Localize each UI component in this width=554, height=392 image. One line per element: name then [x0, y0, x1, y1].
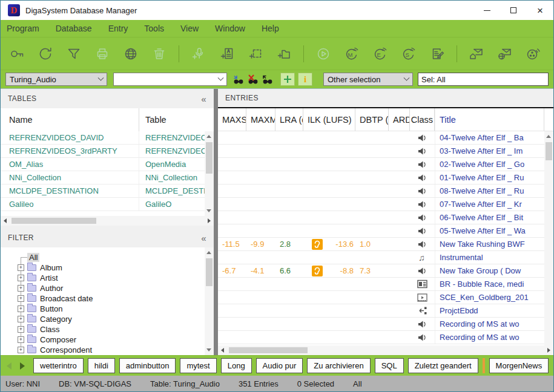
- web-button[interactable]: [122, 45, 140, 63]
- tables-horizontal-scrollbar[interactable]: [1, 216, 214, 226]
- entries-vertical-scrollbar[interactable]: [544, 131, 553, 345]
- refresh-button[interactable]: [36, 45, 54, 63]
- scroll-buttons-left-icon[interactable]: [7, 362, 12, 370]
- broadcast-m-button[interactable]: M: [343, 45, 361, 63]
- column-header-class[interactable]: Class: [410, 108, 435, 131]
- filter-tree-item-button[interactable]: +Button: [1, 304, 205, 314]
- info-button[interactable]: i: [298, 73, 312, 86]
- new-selection-button[interactable]: [246, 45, 265, 63]
- close-button[interactable]: ×: [527, 1, 553, 20]
- send-home-button[interactable]: [467, 45, 486, 63]
- selection-select[interactable]: Other selection: [323, 73, 413, 86]
- send-web-button[interactable]: [496, 45, 514, 63]
- quick-button-hildi[interactable]: hildi: [88, 358, 115, 373]
- quick-button-sql[interactable]: SQL: [375, 358, 404, 373]
- menu-item-help[interactable]: Help: [262, 24, 279, 33]
- expand-icon[interactable]: +: [18, 285, 24, 292]
- entry-row[interactable]: 08-Twelve After Elf _ Ru: [218, 185, 544, 198]
- expand-icon[interactable]: +: [18, 347, 24, 353]
- filter-tree-item-album[interactable]: +Album: [1, 263, 205, 273]
- quick-button-wetterintro[interactable]: wetterintro: [33, 358, 84, 373]
- column-header-ilk-lufs-[interactable]: ILK (LUFS): [303, 108, 355, 131]
- entry-row[interactable]: 06-Twelve After Elf _ Bit: [218, 211, 544, 224]
- entry-row[interactable]: Recording of MS at wo: [218, 318, 544, 331]
- entry-row[interactable]: -6.7-4.16.6-8.87.3New Take Group ( Dow: [218, 264, 544, 278]
- entry-title[interactable]: 01-Twelve After Elf _ Ru: [435, 171, 544, 184]
- menu-item-view[interactable]: View: [180, 24, 199, 33]
- entry-row[interactable]: Recording of MS at wo: [218, 331, 544, 344]
- table-row[interactable]: OM_AliasOpenMedia: [1, 158, 205, 171]
- entry-title[interactable]: ProjctEbdd: [435, 304, 544, 317]
- expand-icon[interactable]: +: [18, 275, 24, 281]
- table-row[interactable]: MCLDPE_DESTINATIONMCLDPE_DESTIN: [1, 185, 205, 198]
- new-folder-button[interactable]: [275, 45, 293, 63]
- table-row[interactable]: NNi_CollectionNNi_Collection: [1, 171, 205, 185]
- tables-vertical-scrollbar[interactable]: [205, 131, 214, 216]
- filter-vertical-scrollbar[interactable]: [205, 247, 214, 355]
- entry-row[interactable]: 05-Twelve After Elf _ Wa: [218, 224, 544, 238]
- collapse-panel-icon[interactable]: «: [201, 94, 206, 104]
- filter-tree-root[interactable]: All: [1, 252, 205, 263]
- table-row[interactable]: REFRENZVIDEOS_3rdPARTYREFRENZVIDEOS: [1, 145, 205, 158]
- selection-input[interactable]: [418, 73, 549, 86]
- menu-item-entry[interactable]: Entry: [108, 24, 128, 33]
- quick-button-morgennews[interactable]: MorgenNews: [489, 358, 549, 373]
- broadcast-s-button[interactable]: S: [400, 45, 418, 63]
- table-select[interactable]: Turing_Audio: [5, 73, 107, 86]
- entry-title[interactable]: SCE_Ken_Goldberg_201: [435, 291, 544, 304]
- search-combo[interactable]: [113, 73, 227, 86]
- table-row[interactable]: REFRENZVIDEOS_DAVIDREFRENZVIDEOS: [1, 131, 205, 145]
- filter-tree-item-author[interactable]: +Author: [1, 283, 205, 293]
- menu-item-database[interactable]: Database: [56, 24, 92, 33]
- find-next-button[interactable]: [231, 73, 245, 86]
- entry-title[interactable]: Instrumental: [435, 251, 544, 264]
- entry-title[interactable]: Recording of MS at wo: [435, 318, 544, 330]
- column-header-name[interactable]: Name: [1, 115, 139, 125]
- quick-button-zu-archivieren[interactable]: Zu archivieren: [307, 358, 370, 373]
- entry-title[interactable]: BR - Bubble Race, medi: [435, 278, 544, 290]
- entry-row[interactable]: ProjctEbdd: [218, 304, 544, 318]
- entry-title[interactable]: 02-Twelve After Elf _ Go: [435, 158, 544, 171]
- expand-icon[interactable]: +: [18, 305, 24, 312]
- entry-row[interactable]: 07-Twelve After Elf _ Kr: [218, 198, 544, 211]
- quick-button-zuletzt-geandert[interactable]: Zuletzt geandert: [408, 358, 478, 373]
- add-button[interactable]: [280, 73, 295, 86]
- menu-item-program[interactable]: Program: [7, 24, 39, 33]
- column-header-title[interactable]: Title: [435, 108, 544, 131]
- filter-tree-item-class[interactable]: +Class: [1, 324, 205, 335]
- filter-tree-item-broadcast-date[interactable]: +Broadcast date: [1, 293, 205, 304]
- column-header-dbtp-db[interactable]: DBTP (dB: [355, 108, 389, 131]
- quick-button-mytest[interactable]: mytest: [180, 358, 216, 373]
- column-header-ard-[interactable]: ARD/: [389, 108, 410, 131]
- entry-title[interactable]: 06-Twelve After Elf _ Bit: [435, 211, 544, 224]
- entry-row[interactable]: 01-Twelve After Elf _ Ru: [218, 171, 544, 185]
- edit-entry-button[interactable]: [428, 45, 446, 63]
- filter-tree-item-category[interactable]: +Category: [1, 314, 205, 324]
- filter-tree-item-correspondent[interactable]: +Correspondent: [1, 345, 205, 355]
- new-text-entry-button[interactable]: [218, 45, 236, 63]
- maximize-button[interactable]: [500, 1, 527, 20]
- find-prev-button[interactable]: [260, 73, 274, 86]
- column-header-maxmi[interactable]: MAXMI: [246, 108, 275, 131]
- entry-title[interactable]: New Take Group ( Dow: [435, 264, 544, 277]
- filter-tree-item-composer[interactable]: +Composer: [1, 335, 205, 345]
- broadcast-e-button[interactable]: E: [371, 45, 389, 63]
- expand-icon[interactable]: +: [18, 295, 24, 302]
- table-row[interactable]: GalileoGalileO: [1, 198, 205, 211]
- entry-title[interactable]: 04-Twelve After Elf _ Ba: [435, 131, 544, 144]
- menu-item-window[interactable]: Window: [215, 24, 245, 33]
- entry-row[interactable]: 02-Twelve After Elf _ Go: [218, 158, 544, 171]
- entry-title[interactable]: New Take Rushing BWF: [435, 238, 544, 250]
- quick-button-audio-pur[interactable]: Audio pur: [256, 358, 303, 373]
- column-header-table[interactable]: Table: [139, 108, 205, 131]
- dial-button[interactable]: [524, 45, 542, 63]
- key-button[interactable]: [8, 45, 26, 63]
- expand-icon[interactable]: +: [18, 326, 24, 333]
- entry-row[interactable]: 03-Twelve After Elf _ Im: [218, 145, 544, 158]
- entry-title[interactable]: 07-Twelve After Elf _ Kr: [435, 198, 544, 211]
- entry-title[interactable]: 03-Twelve After Elf _ Im: [435, 145, 544, 157]
- quick-button-long[interactable]: Long: [221, 358, 252, 373]
- entry-title[interactable]: 05-Twelve After Elf _ Wa: [435, 224, 544, 237]
- expand-icon[interactable]: +: [18, 316, 24, 322]
- entry-row[interactable]: BR - Bubble Race, medi: [218, 278, 544, 291]
